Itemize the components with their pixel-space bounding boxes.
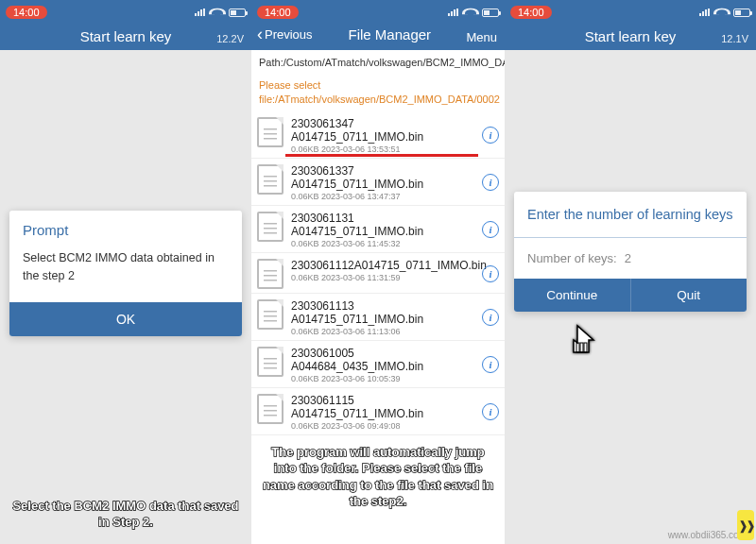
file-name: A014715_0711_IMMO.bin — [291, 225, 482, 238]
info-icon[interactable]: i — [482, 265, 499, 282]
file-meta: 0.06KB 2023-03-06 11:31:59 — [291, 273, 482, 282]
voltage-badge: 12.2V — [216, 33, 244, 44]
status-icons — [448, 6, 499, 19]
file-icon — [257, 212, 284, 242]
prompt-dialog: Prompt Select BCM2 IMMO data obtained in… — [9, 211, 242, 336]
file-id: 2303061131 — [291, 212, 482, 225]
status-time: 14:00 — [6, 6, 47, 19]
file-meta: 0.06KB 2023-03-06 09:49:08 — [291, 421, 482, 431]
ok-button[interactable]: OK — [9, 302, 242, 336]
file-id: 2303061113 — [291, 299, 482, 313]
page-title: Start learn key — [6, 28, 246, 44]
topbar: 14:00 Start learn key 12.2V — [0, 0, 251, 50]
file-id: 2303061347 — [291, 117, 482, 130]
file-name: 2303061112A014715_0711_IMMO.bin — [291, 259, 482, 272]
file-meta: 0.06KB 2023-03-06 13:47:37 — [291, 192, 482, 201]
continue-button[interactable]: Continue — [514, 279, 630, 312]
wifi-icon — [462, 6, 479, 19]
battery-icon — [229, 8, 246, 17]
next-arrow-button[interactable]: ❱❱ — [737, 510, 754, 540]
menu-button[interactable]: Menu — [466, 30, 497, 44]
wifi-icon — [209, 6, 226, 19]
topbar: 14:00 Start learn key 12.1V — [505, 0, 756, 50]
hint-line: Please select file:/ATmatch/volkswagen/B… — [251, 75, 505, 111]
file-row[interactable]: 2303061113A014715_0711_IMMO.bin0.06KB 20… — [251, 294, 505, 341]
file-icon — [257, 394, 284, 424]
number-of-keys-input[interactable]: 2 — [625, 251, 733, 265]
field-label: Number of keys: — [527, 251, 617, 265]
dialog-title: Enter the number of learning keys — [514, 192, 747, 233]
file-meta: 0.06KB 2023-03-06 11:13:06 — [291, 327, 482, 336]
quit-button[interactable]: Quit — [630, 279, 747, 312]
watermark: www.obdii365.com — [668, 530, 747, 540]
keys-dialog: Enter the number of learning keys Number… — [514, 192, 747, 312]
file-name: A014715_0711_IMMO.bin — [291, 178, 482, 191]
info-icon[interactable]: i — [482, 174, 499, 191]
file-icon — [257, 347, 284, 377]
battery-icon — [482, 8, 499, 17]
info-icon[interactable]: i — [482, 356, 499, 373]
page-title: Start learn key — [510, 28, 750, 44]
file-row[interactable]: 2303061115A014715_0711_IMMO.bin0.06KB 20… — [251, 388, 505, 435]
caption: Select the BCM2 IMMO data that saved in … — [8, 498, 244, 531]
file-icon — [257, 164, 284, 195]
voltage-badge: 12.1V — [721, 33, 748, 44]
file-name: A014715_0711_IMMO.bin — [291, 313, 482, 326]
file-row[interactable]: 2303061337A014715_0711_IMMO.bin0.06KB 20… — [251, 159, 505, 206]
file-id: 2303061337 — [291, 164, 482, 178]
panel-keys: 14:00 Start learn key 12.1V Enter the nu… — [505, 0, 756, 544]
panel-prompt: 14:00 Start learn key 12.2V Prompt Selec… — [0, 0, 251, 544]
wifi-icon — [713, 6, 730, 19]
battery-icon — [733, 8, 750, 17]
number-of-keys-row: Number of keys: 2 — [514, 238, 747, 279]
cursor-icon — [569, 324, 597, 360]
status-time: 14:00 — [257, 6, 299, 19]
file-row[interactable]: 2303061112A014715_0711_IMMO.bin0.06KB 20… — [251, 253, 505, 294]
file-meta: 0.06KB 2023-03-06 10:05:39 — [291, 374, 482, 383]
info-icon[interactable]: i — [482, 221, 499, 238]
caption: The program will automatically jump into… — [259, 444, 497, 510]
file-icon — [257, 299, 284, 330]
file-id: 2303061005 — [291, 347, 482, 360]
file-name: A044684_0435_IMMO.bin — [291, 360, 482, 373]
highlight-line — [285, 154, 478, 157]
file-icon — [257, 117, 284, 147]
info-icon[interactable]: i — [482, 309, 499, 326]
status-icons — [195, 6, 246, 19]
file-row[interactable]: 2303061005A044684_0435_IMMO.bin0.06KB 20… — [251, 341, 505, 388]
info-icon[interactable]: i — [482, 127, 499, 144]
info-icon[interactable]: i — [482, 403, 499, 420]
file-row[interactable]: 2303061131A014715_0711_IMMO.bin0.06KB 20… — [251, 206, 505, 253]
status-time: 14:00 — [510, 6, 552, 19]
status-icons — [699, 6, 750, 19]
signal-icon — [448, 8, 459, 18]
topbar: 14:00 ‹ Previous File Manager Menu — [251, 0, 505, 50]
file-meta: 0.06KB 2023-03-06 11:45:32 — [291, 239, 482, 248]
file-meta: 0.06KB 2023-03-06 13:53:51 — [291, 144, 482, 154]
signal-icon — [699, 8, 711, 18]
file-icon — [257, 259, 284, 289]
file-row[interactable]: 2303061347A014715_0711_IMMO.bin0.06KB 20… — [251, 111, 505, 159]
dialog-message: Select BCM2 IMMO data obtained in the st… — [9, 246, 242, 302]
file-name: A014715_0711_IMMO.bin — [291, 407, 482, 420]
dialog-title: Prompt — [9, 211, 242, 246]
back-icon[interactable]: ‹ — [257, 25, 263, 44]
path-line: Path:/Custom/ATmatch/volkswagen/BCM2_IMM… — [251, 50, 505, 75]
signal-icon — [195, 8, 206, 18]
panel-file-manager: 14:00 ‹ Previous File Manager Menu Path:… — [251, 0, 505, 544]
file-id: 2303061115 — [291, 394, 482, 407]
file-list: 2303061347A014715_0711_IMMO.bin0.06KB 20… — [251, 111, 505, 435]
file-name: A014715_0711_IMMO.bin — [291, 130, 482, 144]
